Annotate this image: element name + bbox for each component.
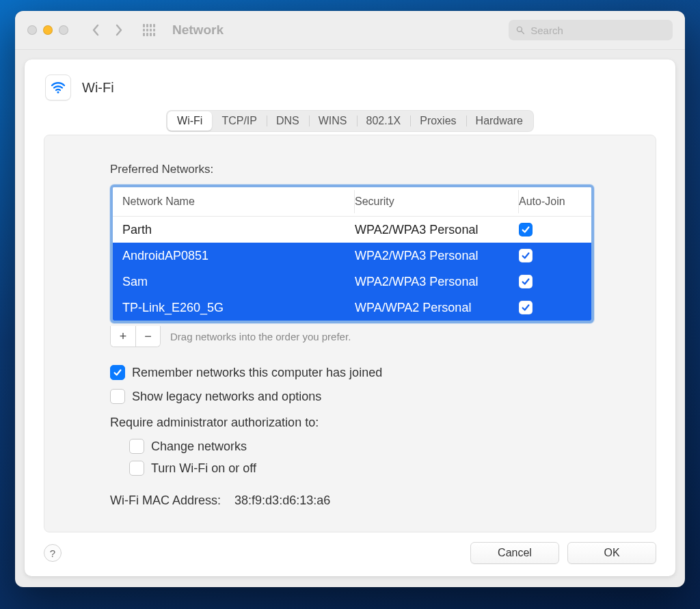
network-security-cell: WPA2/WPA3 Personal <box>355 275 519 289</box>
svg-line-1 <box>522 31 524 34</box>
preferred-networks-table[interactable]: Network Name Security Auto-Join Parth WP… <box>110 185 594 323</box>
preferred-networks-label: Preferred Networks: <box>110 163 594 176</box>
col-autojoin[interactable]: Auto-Join <box>519 190 582 213</box>
tab-proxies[interactable]: Proxies <box>410 111 466 131</box>
show-all-icon[interactable] <box>139 21 159 40</box>
sheet-outer: Wi-Fi Wi-Fi TCP/IP DNS WINS 802.1X Proxi… <box>15 50 685 587</box>
tab-hardware[interactable]: Hardware <box>466 111 533 131</box>
autojoin-checkbox[interactable] <box>519 223 533 236</box>
add-network-button[interactable]: + <box>111 326 135 347</box>
tab-dns[interactable]: DNS <box>267 111 309 131</box>
require-admin-label: Require administrator authorization to: <box>110 416 594 430</box>
ok-button[interactable]: OK <box>567 542 656 564</box>
tab-wifi[interactable]: Wi-Fi <box>167 111 212 131</box>
table-rows: Parth WPA2/WPA3 Personal AndroidAP0851 W… <box>113 217 591 321</box>
add-remove-controls: + − <box>110 326 161 347</box>
show-legacy-label: Show legacy networks and options <box>132 390 321 404</box>
search-icon <box>515 25 525 36</box>
back-button[interactable] <box>88 21 104 40</box>
change-networks-checkbox[interactable] <box>129 439 144 454</box>
sheet-title: Wi-Fi <box>82 80 114 96</box>
options-group: Remember networks this computer has join… <box>110 365 594 476</box>
search-field-wrap[interactable] <box>509 20 673 40</box>
autojoin-checkbox[interactable] <box>519 275 533 288</box>
close-window-button[interactable] <box>27 25 37 35</box>
traffic-lights <box>27 25 68 35</box>
turn-wifi-checkbox[interactable] <box>129 461 144 476</box>
search-input[interactable] <box>529 24 666 37</box>
autojoin-cell[interactable] <box>519 249 582 262</box>
svg-point-2 <box>57 91 59 93</box>
autojoin-cell[interactable] <box>519 301 582 314</box>
mac-address-value: 38:f9:d3:d6:13:a6 <box>234 493 330 507</box>
show-legacy-checkbox[interactable] <box>110 389 125 404</box>
turn-wifi-option[interactable]: Turn Wi-Fi on or off <box>129 461 594 476</box>
require-admin-suboptions: Change networks Turn Wi-Fi on or off <box>129 439 594 476</box>
autojoin-checkbox[interactable] <box>519 301 533 314</box>
sheet-header: Wi-Fi <box>44 75 656 100</box>
table-controls: + − Drag networks into the order you pre… <box>110 326 594 347</box>
window-title: Network <box>172 23 224 38</box>
help-button[interactable]: ? <box>44 544 62 562</box>
wifi-icon <box>45 75 71 100</box>
mac-address-label: Wi-Fi MAC Address: <box>110 493 221 507</box>
zoom-window-button[interactable] <box>59 25 68 35</box>
change-networks-option[interactable]: Change networks <box>129 439 594 454</box>
tabs-wrap: Wi-Fi TCP/IP DNS WINS 802.1X Proxies Har… <box>44 110 656 132</box>
autojoin-checkbox[interactable] <box>519 249 533 262</box>
forward-button[interactable] <box>111 21 127 40</box>
wifi-advanced-sheet: Wi-Fi Wi-Fi TCP/IP DNS WINS 802.1X Proxi… <box>25 59 675 576</box>
show-legacy-option[interactable]: Show legacy networks and options <box>110 389 594 404</box>
remove-network-button[interactable]: − <box>135 326 160 347</box>
table-row[interactable]: AndroidAP0851 WPA2/WPA3 Personal <box>113 243 591 269</box>
preferences-window: Network Wi-Fi Wi-Fi TCP/IP DNS WINS 802.… <box>15 11 685 587</box>
mac-address-row: Wi-Fi MAC Address: 38:f9:d3:d6:13:a6 <box>110 493 594 508</box>
minimize-window-button[interactable] <box>43 25 53 35</box>
col-network-name[interactable]: Network Name <box>122 190 355 213</box>
remember-networks-option[interactable]: Remember networks this computer has join… <box>110 365 594 380</box>
cancel-button[interactable]: Cancel <box>470 542 559 564</box>
network-name-cell: Parth <box>122 223 355 237</box>
network-security-cell: WPA/WPA2 Personal <box>355 301 519 315</box>
tab-8021x[interactable]: 802.1X <box>357 111 411 131</box>
table-row[interactable]: TP-Link_E260_5G WPA/WPA2 Personal <box>113 295 591 321</box>
remember-networks-label: Remember networks this computer has join… <box>132 366 382 380</box>
titlebar: Network <box>15 11 685 50</box>
change-networks-label: Change networks <box>151 439 247 454</box>
network-name-cell: TP-Link_E260_5G <box>122 301 355 315</box>
table-row[interactable]: Sam WPA2/WPA3 Personal <box>113 269 591 295</box>
table-header: Network Name Security Auto-Join <box>113 187 591 217</box>
wifi-pane: Preferred Networks: Network Name Securit… <box>44 135 656 532</box>
tabs: Wi-Fi TCP/IP DNS WINS 802.1X Proxies Har… <box>166 110 534 132</box>
sheet-footer: ? Cancel OK <box>44 542 656 564</box>
network-security-cell: WPA2/WPA3 Personal <box>355 249 519 263</box>
tab-tcpip[interactable]: TCP/IP <box>212 111 267 131</box>
autojoin-cell[interactable] <box>519 223 582 236</box>
turn-wifi-label: Turn Wi-Fi on or off <box>151 461 256 476</box>
svg-point-0 <box>517 27 522 31</box>
remember-networks-checkbox[interactable] <box>110 365 125 380</box>
table-row[interactable]: Parth WPA2/WPA3 Personal <box>113 217 591 243</box>
drag-hint: Drag networks into the order you prefer. <box>170 331 351 342</box>
network-name-cell: AndroidAP0851 <box>122 249 355 263</box>
network-name-cell: Sam <box>122 275 355 289</box>
autojoin-cell[interactable] <box>519 275 582 288</box>
tab-wins[interactable]: WINS <box>309 111 357 131</box>
network-security-cell: WPA2/WPA3 Personal <box>355 223 519 237</box>
col-security[interactable]: Security <box>355 190 519 213</box>
